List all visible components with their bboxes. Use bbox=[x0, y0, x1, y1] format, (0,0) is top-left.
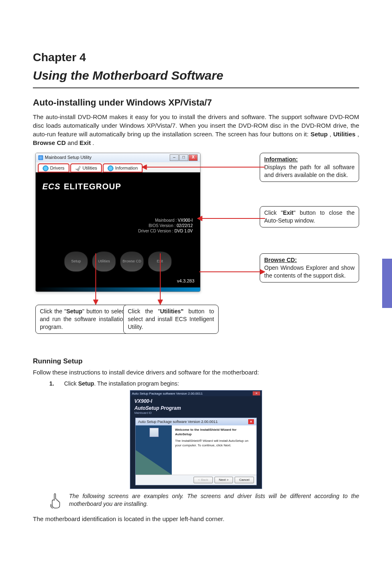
note-text: The following screens are examples only.… bbox=[69, 492, 359, 508]
window-title: Mainboard Setup Utility bbox=[45, 154, 92, 161]
svg-marker-7 bbox=[93, 300, 98, 305]
wizard-welcome-title: Welcome to the InstallShield Wizard for … bbox=[175, 428, 253, 436]
text: Click " bbox=[264, 209, 283, 216]
installer-titlebar: Auto Setup Package software Version 2.00… bbox=[130, 390, 262, 396]
installer-header: VX900-I AutoSetup Program Mainboard ID bbox=[130, 396, 262, 417]
next-button[interactable]: Next > bbox=[214, 477, 233, 483]
svg-marker-9 bbox=[158, 300, 163, 305]
side-tab-accent bbox=[382, 259, 392, 308]
kw-exit: Exit bbox=[79, 139, 91, 146]
text: . bbox=[92, 139, 94, 146]
kw-browse: Browse CD bbox=[33, 139, 66, 146]
browse-cd-button[interactable]: Browse CD bbox=[120, 251, 144, 272]
text: , bbox=[330, 131, 333, 138]
tab-label: Utilities bbox=[83, 165, 97, 171]
wizard-sidebar-image bbox=[136, 425, 172, 475]
intro-paragraph: The auto-install DVD-ROM makes it easy f… bbox=[33, 113, 359, 147]
mb-value: VX900-I bbox=[178, 218, 193, 223]
exit-button[interactable]: Exit bbox=[148, 251, 172, 272]
callout-title: Information: bbox=[264, 156, 355, 163]
callout-utilities: Click the "Utilities" button to select a… bbox=[123, 305, 219, 334]
driver-icon bbox=[43, 165, 48, 171]
step-1: 1. Click Setup. The installation program… bbox=[49, 380, 359, 388]
text: Click the " bbox=[128, 308, 160, 315]
mainboard-info-block: Mainboard : VX900-I BIOS Version : 02/22… bbox=[138, 218, 193, 234]
utility-icon bbox=[75, 165, 81, 171]
callout-information: Information: Displays the path for all s… bbox=[260, 153, 359, 182]
wizard-titlebar: Auto Setup Package software Version 2.00… bbox=[136, 418, 256, 426]
pointing-hand-icon bbox=[49, 492, 63, 511]
tab-label: Drivers bbox=[50, 165, 65, 171]
text: Click the " bbox=[40, 308, 66, 315]
arrow-exit bbox=[197, 214, 265, 223]
cancel-button[interactable]: Cancel bbox=[235, 477, 254, 483]
kw-setup: Setup bbox=[311, 131, 328, 138]
mainboard-utility-window: Mainboard Setup Utility – □ X Drivers Ut… bbox=[35, 153, 201, 292]
setup-button[interactable]: Setup bbox=[64, 251, 88, 272]
kw-utilities: Utilities" bbox=[160, 308, 183, 315]
installer-top-title: Auto Setup Package software Version 2.00… bbox=[132, 391, 203, 396]
utility-body: ECS ELITEGROUP Mainboard : VX900-I BIOS … bbox=[36, 172, 200, 287]
note-block: The following screens are examples only.… bbox=[49, 492, 359, 511]
section-heading: Auto-installing under Windows XP/Vista/7 bbox=[33, 96, 359, 109]
title-underline bbox=[33, 87, 359, 88]
cd-label: Driver CD Version : bbox=[138, 229, 173, 233]
app-icon bbox=[38, 155, 43, 160]
brand-prefix: ECS bbox=[42, 181, 60, 192]
box-icon bbox=[150, 428, 159, 437]
tab-label: Information bbox=[115, 165, 138, 171]
wizard-footer: < Back Next > Cancel bbox=[136, 475, 256, 485]
text: and bbox=[67, 139, 79, 146]
chapter-title: Using the Motherboard Software bbox=[33, 67, 359, 84]
wizard-box: Auto Setup Package software Version 2.00… bbox=[135, 418, 257, 485]
graphic-triangle bbox=[136, 450, 172, 475]
callout-setup: Click the "Setup" button to select and r… bbox=[35, 305, 131, 334]
bios-value: 02/22/12 bbox=[177, 223, 193, 228]
tab-utilities[interactable]: Utilities bbox=[71, 164, 101, 172]
version-label: v4.3.283 bbox=[177, 278, 194, 284]
callout-browse-cd: Browse CD: Open Windows Explorer and sho… bbox=[260, 253, 359, 283]
running-setup-heading: Running Setup bbox=[33, 356, 359, 366]
brand-text: ELITEGROUP bbox=[64, 181, 121, 192]
utilities-button[interactable]: Utilities bbox=[92, 251, 116, 272]
wizard-bar-text: Auto Setup Package software Version 2.00… bbox=[138, 419, 218, 425]
callout-body: Displays the path for all software and d… bbox=[264, 163, 355, 179]
installer-product: VX900-I bbox=[134, 398, 258, 405]
figure-area: Mainboard Setup Utility – □ X Drivers Ut… bbox=[33, 153, 359, 350]
kw-exit: Exit bbox=[283, 209, 294, 216]
text: Click bbox=[64, 380, 78, 387]
step-number: 1. bbox=[49, 380, 62, 388]
bios-label: BIOS Version : bbox=[149, 223, 176, 228]
footer-gradient bbox=[36, 287, 200, 292]
mb-label: Mainboard : bbox=[155, 218, 177, 223]
kw-utilities: Utilities bbox=[333, 131, 355, 138]
back-button: < Back bbox=[194, 477, 213, 483]
installer-window: Auto Setup Package software Version 2.00… bbox=[130, 390, 262, 489]
callout-title: Browse CD: bbox=[264, 256, 355, 264]
window-titlebar: Mainboard Setup Utility – □ X bbox=[36, 153, 200, 162]
kw-setup: Setup bbox=[78, 380, 94, 387]
tab-information[interactable]: Information bbox=[103, 164, 142, 172]
tab-drivers[interactable]: Drivers bbox=[38, 164, 69, 172]
footer-line: The motherboard identification is locate… bbox=[33, 514, 359, 523]
info-icon bbox=[108, 165, 113, 171]
wizard-content: Welcome to the InstallShield Wizard for … bbox=[172, 425, 256, 475]
kw-setup: Setup bbox=[66, 308, 82, 315]
callout-exit: Click "Exit" button to close the Auto-Se… bbox=[260, 206, 359, 227]
callout-body: Open Windows Explorer and show the conte… bbox=[264, 264, 355, 280]
minimize-button[interactable]: – bbox=[170, 154, 179, 161]
four-buttons-row: Setup Utilities Browse CD Exit bbox=[36, 251, 200, 272]
arrow-browse bbox=[199, 268, 265, 276]
maximize-button[interactable]: □ bbox=[179, 154, 188, 161]
brand-logo: ECS ELITEGROUP bbox=[42, 181, 194, 192]
installer-close-button[interactable]: × bbox=[253, 391, 260, 395]
wizard-welcome-body: The InstallShield® Wizard will install A… bbox=[175, 439, 253, 448]
text: . The installation program begins: bbox=[94, 380, 179, 387]
cd-value: DVD 1.0V bbox=[175, 229, 193, 233]
text: , bbox=[357, 131, 359, 138]
tab-bar: Drivers Utilities Information bbox=[36, 162, 200, 172]
wizard-close-button[interactable]: × bbox=[248, 419, 254, 424]
close-button[interactable]: X bbox=[189, 154, 198, 161]
follow-instructions: Follow these instructions to install dev… bbox=[33, 368, 359, 377]
chapter-label: Chapter 4 bbox=[33, 49, 359, 65]
